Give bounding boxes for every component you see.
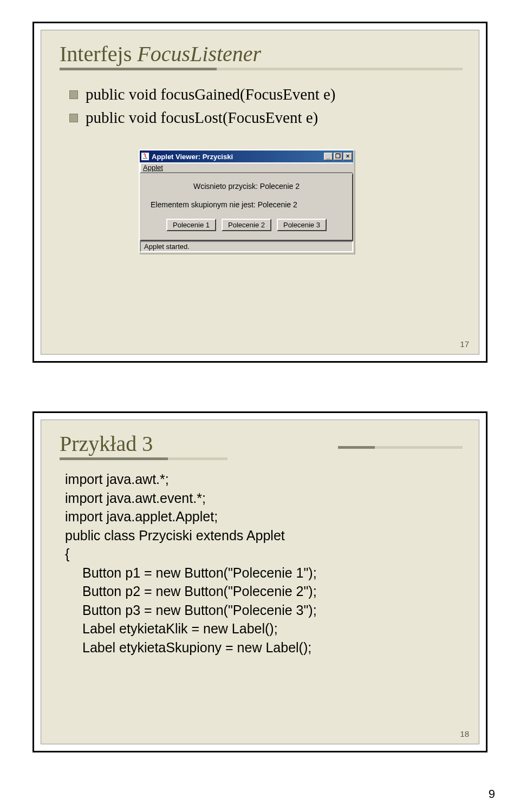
slide-1: Interfejs FocusListener public void focu… xyxy=(32,22,487,363)
bullet-icon xyxy=(69,90,78,99)
minimize-icon[interactable]: _ xyxy=(324,153,333,160)
button-polecenie-3[interactable]: Polecenie 3 xyxy=(277,219,327,231)
code-line: Button p2 = new Button("Polecenie 2"); xyxy=(65,582,463,601)
bullet-list: public void focusGained(FocusEvent e) pu… xyxy=(69,86,463,127)
list-item: public void focusGained(FocusEvent e) xyxy=(69,86,463,103)
page-number: 9 xyxy=(489,787,495,801)
button-polecenie-1[interactable]: Polecenie 1 xyxy=(166,219,216,231)
slide-2: Przykład 3 import java.awt.*; import jav… xyxy=(32,411,487,752)
maximize-icon[interactable]: ❐ xyxy=(334,153,342,160)
code-line: import java.awt.event.*; xyxy=(65,489,463,508)
java-icon xyxy=(141,152,150,161)
title-plain: Interfejs xyxy=(60,42,137,66)
slide-number: 17 xyxy=(460,339,469,349)
code-block: import java.awt.*; import java.awt.event… xyxy=(65,470,463,657)
applet-body: Wcisnieto przycisk: Polecenie 2 Elemente… xyxy=(140,173,353,241)
applet-line2: Elementem skupionym nie jest: Polecenie … xyxy=(151,200,347,209)
code-line: import java.awt.*; xyxy=(65,470,463,489)
bullet-text: public void focusLost(FocusEvent e) xyxy=(86,109,318,127)
code-line: public class Przyciski extends Applet xyxy=(65,526,463,545)
slide-title: Interfejs FocusListener xyxy=(60,41,463,67)
menu-applet[interactable]: Applet xyxy=(143,163,163,172)
code-line: Button p3 = new Button("Polecenie 3"); xyxy=(65,601,463,620)
code-line: Label etykietaSkupiony = new Label(); xyxy=(65,638,463,657)
code-line: Button p1 = new Button("Polecenie 1"); xyxy=(65,564,463,582)
applet-line1: Wcisnieto przycisk: Polecenie 2 xyxy=(146,182,347,191)
code-line: Label etykietaKlik = new Label(); xyxy=(65,619,463,638)
code-line: import java.applet.Applet; xyxy=(65,507,463,526)
menubar[interactable]: Applet xyxy=(140,162,353,173)
title-italic: FocusListener xyxy=(137,42,261,66)
title-underline xyxy=(60,68,463,70)
window-title: Applet Viewer: Przyciski xyxy=(152,153,323,161)
titlebar: Applet Viewer: Przyciski _ ❐ × xyxy=(140,150,353,162)
bullet-icon xyxy=(69,114,78,122)
applet-window: Applet Viewer: Przyciski _ ❐ × Applet Wc… xyxy=(139,149,354,253)
title-underline xyxy=(60,457,463,460)
slide-number: 18 xyxy=(460,729,469,738)
slide-title: Przykład 3 xyxy=(60,431,463,456)
bullet-text: public void focusGained(FocusEvent e) xyxy=(86,86,335,103)
slide-1-inner: Interfejs FocusListener public void focu… xyxy=(41,30,479,355)
button-polecenie-2[interactable]: Polecenie 2 xyxy=(222,219,271,231)
title-underline-right xyxy=(338,446,463,449)
statusbar: Applet started. xyxy=(140,241,353,252)
slide-2-inner: Przykład 3 import java.awt.*; import jav… xyxy=(41,420,479,744)
code-line: { xyxy=(65,545,463,564)
close-icon[interactable]: × xyxy=(343,153,352,160)
list-item: public void focusLost(FocusEvent e) xyxy=(69,109,463,127)
button-row: Polecenie 1 Polecenie 2 Polecenie 3 xyxy=(146,219,347,231)
